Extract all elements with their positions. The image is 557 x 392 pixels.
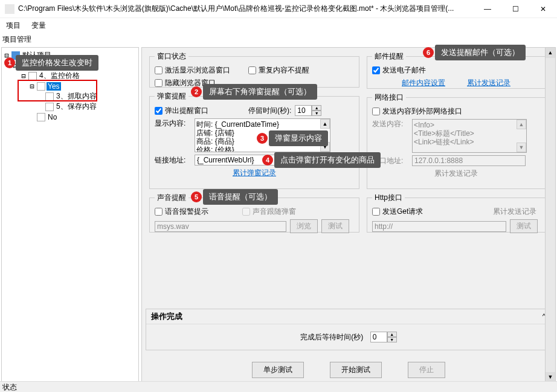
window-title: C:\Program Files\木头软件\木头浏览器(旗舰版)\Cache\默…	[18, 4, 474, 14]
page-icon	[45, 103, 54, 111]
callout-1: 监控价格发生改变时	[16, 55, 98, 71]
badge-3: 3	[257, 133, 268, 144]
stop-button[interactable]: 停止	[408, 362, 445, 378]
scroll-up-icon[interactable]: ▲	[546, 48, 555, 58]
http-url-input[interactable]	[372, 221, 506, 232]
tree-toggle-icon[interactable]: ⊟	[20, 72, 27, 80]
http-group: Http接口 发送Get请求 累计发送记录 测试	[367, 193, 546, 233]
menu-project[interactable]: 项目	[6, 21, 21, 31]
project-tree-panel: ⊟ 默认项目 ⊟ 1、打开网页 ⊟ 4、监控价格 ⊟ Yes	[1, 47, 139, 383]
complete-title: 操作完成	[151, 311, 182, 322]
window-state-group: 窗口状态 激活显示浏览器窗口 重复内容不提醒 隐藏浏览器窗口	[149, 51, 359, 88]
callout-6: 发送提醒邮件（可选）	[435, 45, 526, 60]
no-repeat-checkbox[interactable]: 重复内容不提醒	[248, 65, 309, 76]
sound-legend: 声音提醒	[155, 193, 188, 203]
scroll-up-icon[interactable]: ▲	[517, 120, 526, 129]
sidebar-title: 项目管理	[0, 33, 557, 46]
spin-down-icon[interactable]: ▼	[312, 111, 321, 116]
badge-1: 1	[4, 57, 15, 68]
badge-2: 2	[191, 86, 202, 97]
network-content-label: 发送内容:	[372, 119, 408, 129]
minimize-button[interactable]: —	[474, 0, 501, 18]
link-label: 链接地址:	[155, 155, 191, 165]
callout-5: 语音提醒（可选）	[203, 189, 278, 205]
popup-legend: 弹窗提醒	[155, 91, 188, 101]
step-test-button[interactable]: 单步测试	[252, 362, 304, 378]
callout-2: 屏幕右下角弹窗提醒（可选）	[203, 84, 317, 100]
highlight-box	[18, 80, 97, 101]
status-bar: 状态	[0, 381, 557, 392]
vertical-scrollbar[interactable]: ▲ ▼	[545, 48, 555, 382]
menu-variable[interactable]: 变量	[31, 21, 46, 31]
badge-5: 5	[191, 191, 202, 202]
wait-spinner[interactable]: ▲▼	[370, 332, 397, 342]
stay-time-spinner[interactable]: ▲▼	[295, 105, 321, 116]
callout-3: 弹窗显示内容	[269, 130, 328, 146]
popup-enable-checkbox[interactable]: 弹出提醒窗口	[155, 106, 208, 116]
mail-legend: 邮件提醒	[372, 51, 406, 62]
badge-4: 4	[262, 155, 273, 165]
scroll-down-icon[interactable]: ▼	[517, 143, 526, 152]
sound-follow-checkbox[interactable]: 声音跟随弹窗	[242, 207, 296, 217]
network-legend: 网络接口	[372, 92, 406, 103]
page-icon	[37, 113, 45, 121]
stay-time-label: 停留时间(秒):	[248, 106, 291, 116]
scroll-up-icon[interactable]: ▲	[320, 119, 330, 129]
network-history-link: 累计发送记录	[434, 169, 478, 178]
mail-settings-link[interactable]: 邮件内容设置	[402, 78, 445, 88]
spin-down-icon[interactable]: ▼	[387, 337, 397, 342]
menu-bar: 项目 变量	[0, 18, 557, 33]
badge-6: 6	[423, 47, 434, 58]
mail-enable-checkbox[interactable]: 发送电子邮件	[372, 65, 426, 76]
folder-icon	[28, 72, 37, 80]
tree-node-no[interactable]: No	[3, 112, 137, 122]
start-test-button[interactable]: 开始测试	[330, 362, 382, 378]
tree-node-5[interactable]: 5、保存内容	[3, 101, 137, 112]
maximize-button[interactable]: ☐	[501, 0, 529, 18]
wait-label: 完成后等待时间(秒)	[300, 333, 363, 341]
activate-checkbox[interactable]: 激活显示浏览器窗口	[155, 65, 230, 76]
spin-up-icon[interactable]: ▲	[312, 105, 321, 111]
sound-file-input[interactable]	[155, 221, 286, 232]
browse-button[interactable]: 浏览	[290, 219, 318, 233]
mail-history-link[interactable]: 累计发送记录	[467, 78, 510, 88]
close-button[interactable]: ✕	[529, 0, 557, 18]
sound-test-button[interactable]: 测试	[321, 219, 349, 233]
complete-panel: 操作完成 ⌃ 完成后等待时间(秒) ▲▼	[146, 309, 552, 350]
title-bar: C:\Program Files\木头软件\木头浏览器(旗舰版)\Cache\默…	[0, 0, 557, 18]
http-history-link: 累计发送记录	[493, 207, 536, 217]
network-content-textarea[interactable]: <Info> <Title>标题</Title> <Link>链接</Link>…	[412, 119, 527, 153]
network-enable-checkbox[interactable]: 发送内容到外部网络接口	[372, 106, 462, 117]
callout-4: 点击弹窗打开有变化的商品	[274, 152, 381, 168]
network-addr-input[interactable]	[412, 155, 526, 166]
window-state-legend: 窗口状态	[155, 51, 188, 62]
sound-enable-checkbox[interactable]: 语音报警提示	[155, 207, 208, 217]
http-legend: Http接口	[372, 193, 405, 203]
popup-history-link[interactable]: 累计弹窗记录	[233, 169, 276, 177]
http-test-button[interactable]: 测试	[510, 219, 538, 233]
app-icon	[5, 4, 14, 14]
status-text: 状态	[2, 383, 17, 391]
spin-up-icon[interactable]: ▲	[387, 332, 397, 337]
network-group: 网络接口 发送内容到外部网络接口 发送内容: <Info> <Title>标题<…	[367, 92, 546, 189]
http-enable-checkbox[interactable]: 发送Get请求	[372, 207, 423, 217]
content-label: 显示内容:	[155, 118, 191, 129]
